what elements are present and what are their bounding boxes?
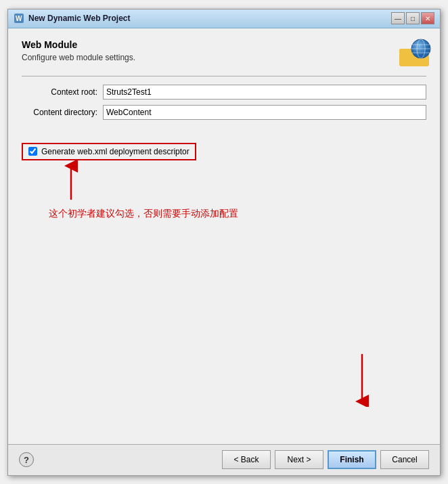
window-icon: W (14, 13, 24, 24)
footer-right: < Back Next > Finish Cancel (222, 450, 429, 469)
generate-descriptor-label: Generate web.xml deployment descriptor (41, 147, 189, 156)
arrow-up-svg (61, 160, 81, 201)
content-directory-input[interactable] (103, 105, 426, 120)
cancel-button[interactable]: Cancel (380, 450, 429, 469)
footer-left: ? (19, 452, 34, 467)
generate-descriptor-checkbox[interactable] (28, 147, 37, 156)
annotation-area: 这个初学者建议勾选，否则需要手动添加配置 (49, 208, 426, 220)
dialog-window: W New Dynamic Web Project — □ ✕ (7, 9, 441, 476)
content-directory-label: Content directory: (22, 108, 103, 117)
footer: ? < Back Next > Finish Cancel (8, 444, 440, 475)
content-directory-row: Content directory: (22, 105, 426, 120)
context-root-row: Context root: (22, 85, 426, 100)
svg-text:W: W (16, 15, 22, 22)
context-root-input[interactable] (103, 85, 426, 100)
section-header: Web Module Configure web module settings… (22, 39, 426, 70)
back-button[interactable]: < Back (222, 450, 271, 469)
title-bar: W New Dynamic Web Project — □ ✕ (8, 9, 440, 28)
generate-descriptor-row: Generate web.xml deployment descriptor (22, 143, 196, 160)
minimize-button[interactable]: — (391, 12, 405, 24)
divider (22, 76, 426, 76)
annotation-text: 这个初学者建议勾选，否则需要手动添加配置 (49, 208, 238, 219)
window-title: New Dynamic Web Project (28, 14, 391, 23)
restore-button[interactable]: □ (406, 12, 420, 24)
next-button[interactable]: Next > (275, 450, 323, 469)
window-controls: — □ ✕ (391, 12, 434, 24)
finish-button[interactable]: Finish (328, 450, 376, 469)
context-root-label: Context root: (22, 87, 103, 97)
content-area: Web Module Configure web module settings… (8, 28, 440, 444)
arrow-down-annotation (352, 353, 372, 409)
section-title: Web Module (22, 39, 426, 50)
section-subtitle: Configure web module settings. (22, 53, 426, 62)
close-button[interactable]: ✕ (421, 12, 434, 24)
arrow-up-annotation (61, 160, 81, 203)
arrow-down-svg (352, 353, 372, 407)
help-button[interactable]: ? (19, 452, 34, 467)
